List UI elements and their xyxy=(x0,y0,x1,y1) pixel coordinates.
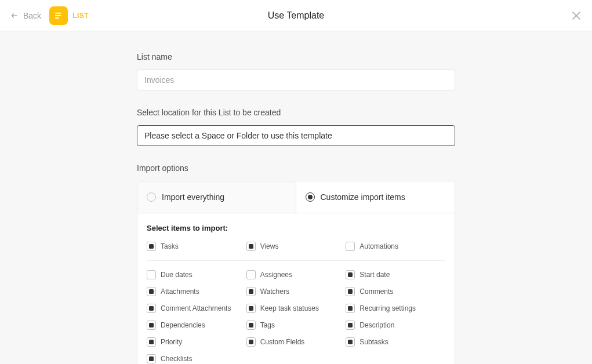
import-item[interactable]: Start date xyxy=(346,270,445,279)
import-item-label: Checklists xyxy=(161,355,193,363)
import-item[interactable]: Recurring settings xyxy=(346,304,445,313)
import-item[interactable]: Comment Attachments xyxy=(147,304,246,313)
checkbox[interactable] xyxy=(147,354,156,363)
list-icon xyxy=(49,6,68,25)
import-item-label: Custom Fields xyxy=(260,338,305,346)
checkbox[interactable] xyxy=(147,242,156,251)
import-item[interactable]: Priority xyxy=(147,337,246,347)
modal-header: Back LIST Use Template xyxy=(0,0,592,31)
location-select[interactable]: Please select a Space or Folder to use t… xyxy=(137,125,455,146)
import-item-label: Recurring settings xyxy=(359,304,416,312)
top-items-row: TasksViewsAutomations xyxy=(147,242,445,251)
import-item[interactable]: Custom Fields xyxy=(246,337,346,347)
import-item-label: Subtasks xyxy=(359,338,388,346)
import-everything-label: Import everything xyxy=(162,192,224,202)
import-item[interactable]: Dependencies xyxy=(147,321,246,330)
checkbox[interactable] xyxy=(246,337,256,347)
import-items-panel: Select items to import: TasksViewsAutoma… xyxy=(137,213,455,364)
import-item[interactable]: Comments xyxy=(346,287,445,296)
import-item-label: Start date xyxy=(359,271,390,279)
checkbox[interactable] xyxy=(246,242,256,251)
import-item[interactable]: Checklists xyxy=(147,354,246,363)
checkbox[interactable] xyxy=(147,304,156,313)
import-item[interactable]: Tasks xyxy=(147,242,246,251)
location-placeholder: Please select a Space or Folder to use t… xyxy=(144,131,332,140)
import-item[interactable]: Tags xyxy=(246,321,346,330)
import-item-label: Priority xyxy=(161,338,182,346)
checkbox[interactable] xyxy=(346,321,355,330)
grid-items: Due datesAssigneesStart dateAttachmentsW… xyxy=(147,260,445,363)
item-col: Automations xyxy=(346,242,445,251)
import-item-label: Watchers xyxy=(260,287,289,296)
import-item-label: Description xyxy=(359,321,394,329)
import-item-label: Comment Attachments xyxy=(161,304,231,312)
checkbox[interactable] xyxy=(147,337,156,347)
list-badge: LIST xyxy=(49,6,89,25)
import-item[interactable]: Watchers xyxy=(246,287,346,296)
checkbox[interactable] xyxy=(147,270,156,279)
import-item[interactable]: Keep task statuses xyxy=(246,304,346,313)
import-item[interactable]: Assignees xyxy=(246,270,346,279)
import-item[interactable]: Attachments xyxy=(147,287,246,296)
checkbox[interactable] xyxy=(346,242,355,251)
import-item-label: Comments xyxy=(359,287,393,296)
checkbox[interactable] xyxy=(246,287,256,296)
svg-rect-2 xyxy=(55,14,61,16)
checkbox[interactable] xyxy=(246,270,256,279)
back-label: Back xyxy=(23,11,41,20)
import-item[interactable]: Subtasks xyxy=(346,337,445,347)
import-item-label: Automations xyxy=(359,242,398,250)
import-item-label: Tasks xyxy=(161,242,179,250)
checkbox[interactable] xyxy=(147,321,156,330)
checkbox[interactable] xyxy=(346,304,355,313)
item-col: Tasks xyxy=(147,242,246,251)
import-item-label: Tags xyxy=(260,321,275,329)
radio-selected xyxy=(306,192,315,202)
location-label: Select location for this List to be crea… xyxy=(137,108,455,117)
radio-unselected xyxy=(147,192,156,202)
list-name-label: List name xyxy=(137,52,455,61)
list-name-input[interactable] xyxy=(137,70,455,90)
checkbox[interactable] xyxy=(346,337,355,347)
customize-import-option[interactable]: Customize import items xyxy=(296,181,455,213)
import-item-label: Views xyxy=(260,242,279,250)
svg-rect-3 xyxy=(55,17,59,19)
checkbox[interactable] xyxy=(147,287,156,296)
checkbox[interactable] xyxy=(346,287,355,296)
import-everything-option[interactable]: Import everything xyxy=(137,181,296,213)
checkbox[interactable] xyxy=(346,270,355,279)
arrow-left-icon xyxy=(9,12,20,20)
close-icon[interactable] xyxy=(570,9,583,22)
scroll-area[interactable]: List name Select location for this List … xyxy=(0,31,592,364)
import-options-label: Import options xyxy=(137,163,455,173)
checkbox[interactable] xyxy=(246,304,256,313)
back-button[interactable]: Back xyxy=(9,11,41,20)
import-item-label: Attachments xyxy=(161,287,199,296)
import-item[interactable]: Description xyxy=(346,321,445,330)
import-item[interactable]: Views xyxy=(246,242,346,251)
import-item[interactable]: Due dates xyxy=(147,270,246,279)
badge-text: LIST xyxy=(72,12,89,20)
import-item-label: Due dates xyxy=(161,271,193,279)
modal-title: Use Template xyxy=(268,10,325,21)
form-content: List name Select location for this List … xyxy=(137,31,455,364)
import-item[interactable]: Automations xyxy=(346,242,445,251)
checkbox[interactable] xyxy=(246,321,256,330)
customize-label: Customize import items xyxy=(321,192,405,202)
select-items-heading: Select items to import: xyxy=(147,224,445,232)
svg-rect-1 xyxy=(55,12,61,13)
import-toggle: Import everything Customize import items xyxy=(137,181,455,213)
import-item-label: Keep task statuses xyxy=(260,304,319,312)
import-item-label: Assignees xyxy=(260,271,292,279)
import-item-label: Dependencies xyxy=(161,321,205,329)
item-col: Views xyxy=(246,242,346,251)
